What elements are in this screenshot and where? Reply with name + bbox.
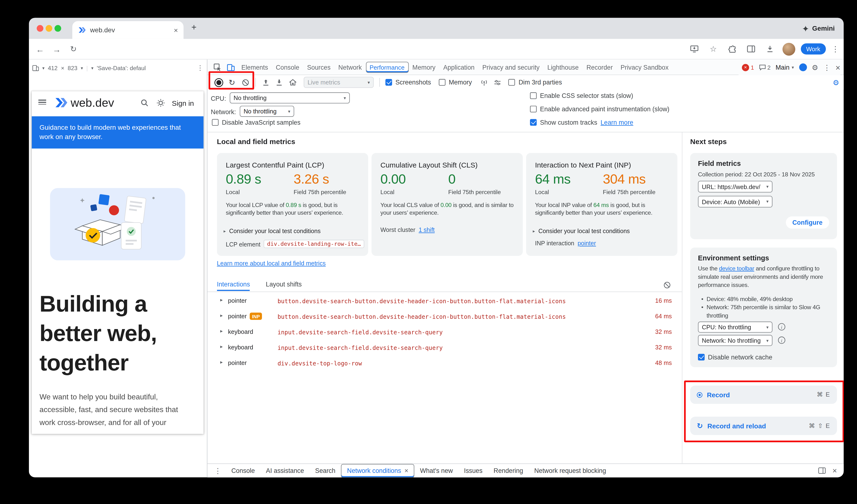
inp-interaction-link[interactable]: pointer	[577, 240, 596, 247]
screenshots-checkbox[interactable]: Screenshots	[385, 79, 431, 86]
save-data-dropdown[interactable]: 'Save-Data': defaul	[97, 65, 146, 71]
devtools-settings-gear-icon[interactable]: ⚙	[812, 63, 818, 71]
configure-button[interactable]: Configure	[786, 216, 829, 229]
minimize-window-button[interactable]	[46, 25, 52, 32]
interaction-row[interactable]: ▸ pointer INP button.devsite-search-butt…	[207, 309, 682, 324]
learn-more-metrics-link[interactable]: Learn more about local and field metrics	[217, 260, 326, 267]
zoom-caret-icon[interactable]: ▾	[81, 65, 83, 70]
row-expand-icon[interactable]: ▸	[220, 297, 223, 302]
tab-interactions[interactable]: Interactions	[217, 281, 250, 291]
interaction-row[interactable]: ▸ pointer button.devsite-search-button.d…	[207, 293, 682, 309]
tab-performance[interactable]: Performance	[366, 62, 408, 72]
field-device-select[interactable]: Device: Auto (Mobile)▾	[698, 196, 772, 207]
webdev-logo-icon[interactable]	[54, 98, 67, 107]
tab-application[interactable]: Application	[439, 60, 478, 75]
profile-chip[interactable]: Work	[801, 43, 826, 54]
advanced-paint-checkbox[interactable]: Enable advanced paint instrumentation (s…	[530, 106, 669, 113]
drawer-menu-icon[interactable]: ⋮	[207, 467, 226, 475]
dock-side-icon[interactable]	[818, 467, 826, 474]
gemini-chip[interactable]: Gemini	[803, 18, 835, 39]
search-icon[interactable]	[141, 99, 149, 107]
interaction-row[interactable]: ▸ keyboard input.devsite-search-field.de…	[207, 340, 682, 355]
downloads-icon[interactable]	[763, 43, 777, 56]
drawer-tab-ai-assistance[interactable]: AI assistance	[260, 464, 309, 477]
maximize-window-button[interactable]	[54, 25, 61, 32]
install-app-icon[interactable]	[688, 43, 701, 56]
custom-tracks-learn-more-link[interactable]: Learn more	[601, 119, 633, 125]
interaction-row[interactable]: ▸ pointer div.devsite-top-logo-row 48 ms	[207, 355, 682, 371]
site-logo-text[interactable]: web.dev	[71, 96, 114, 110]
interaction-target-link[interactable]: button.devsite-search-button.devsite-hea…	[278, 313, 566, 320]
clear-icon[interactable]	[238, 75, 252, 89]
devtools-profile-icon[interactable]	[799, 63, 807, 71]
drawer-tab-search[interactable]: Search	[309, 464, 341, 477]
interaction-target-link[interactable]: input.devsite-search-field.devsite-searc…	[278, 329, 443, 336]
disable-network-cache-checkbox[interactable]: Disable network cache	[698, 354, 772, 360]
drawer-tab-network-request-blocking[interactable]: Network request blocking	[529, 464, 612, 477]
drawer-tab-rendering[interactable]: Rendering	[488, 464, 529, 477]
drawer-tab-network-conditions[interactable]: Network conditions ×	[341, 464, 414, 477]
device-list-caret-icon[interactable]: ▾	[43, 65, 45, 70]
viewport-height[interactable]: 823	[68, 65, 78, 71]
tab-lighthouse[interactable]: Lighthouse	[543, 60, 583, 75]
interaction-target-link[interactable]: input.devsite-search-field.devsite-searc…	[278, 345, 443, 351]
cpu-throttling-select[interactable]: No throttling▾	[230, 93, 350, 103]
env-cpu-select[interactable]: CPU: No throttling▾	[698, 322, 772, 333]
memory-checkbox[interactable]: Memory	[439, 79, 472, 86]
device-dimensions-icon[interactable]	[32, 65, 39, 71]
css-selector-stats-checkbox[interactable]: Enable CSS selector stats (slow)	[530, 93, 633, 99]
browser-menu-icon[interactable]: ⋮	[831, 45, 839, 53]
lcp-element-link[interactable]: div.devsite-landing-row-ite…	[264, 240, 364, 248]
throttle-caret-icon[interactable]: ▾	[91, 65, 93, 70]
extensions-icon[interactable]	[725, 43, 739, 56]
lcp-test-conditions-expander[interactable]: ▸Consider your local test conditions	[223, 228, 321, 234]
drawer-tab-issues[interactable]: Issues	[458, 464, 488, 477]
theme-toggle-sun-icon[interactable]	[156, 98, 165, 107]
network-conditions-icon[interactable]	[477, 75, 491, 89]
devtools-close-icon[interactable]: ×	[836, 63, 840, 72]
record-button[interactable]: Record ⌘ E	[690, 386, 837, 404]
tab-sources[interactable]: Sources	[303, 60, 335, 75]
close-tab-icon[interactable]: ×	[174, 26, 178, 34]
device-toolbar-menu-icon[interactable]: ⋮	[197, 64, 204, 72]
interaction-target-link[interactable]: div.devsite-top-logo-row	[278, 360, 362, 367]
tab-privacy-and-security[interactable]: Privacy and security	[478, 60, 543, 75]
env-network-select[interactable]: Network: No throttling▾	[698, 335, 772, 346]
capture-settings-gear-icon[interactable]: ⚙	[833, 79, 839, 87]
load-profile-icon[interactable]	[272, 75, 286, 89]
tab-network[interactable]: Network	[335, 60, 366, 75]
disable-js-samples-checkbox[interactable]: Disable JavaScript samples	[212, 119, 301, 125]
cpu-info-icon[interactable]: i	[778, 323, 785, 331]
tab-memory[interactable]: Memory	[408, 60, 439, 75]
throttling-icon[interactable]	[491, 75, 504, 89]
row-expand-icon[interactable]: ▸	[220, 328, 223, 334]
drawer-tab-whats-new[interactable]: What's new	[414, 464, 458, 477]
issues-badge[interactable]: 2	[759, 64, 770, 71]
record-and-reload-button[interactable]: ↻ Record and reload ⌘ ⇧ E	[690, 417, 837, 435]
save-profile-icon[interactable]	[259, 75, 272, 89]
close-drawer-icon[interactable]: ×	[833, 466, 837, 475]
reload-button[interactable]: ↻	[67, 43, 80, 56]
new-tab-button[interactable]: +	[191, 22, 197, 32]
network-throttling-select[interactable]: No throttling▾	[240, 106, 294, 117]
show-custom-tracks-checkbox[interactable]: Show custom tracks Learn more	[530, 119, 633, 125]
side-panel-icon[interactable]	[744, 43, 758, 56]
record-icon[interactable]	[212, 75, 225, 89]
inspect-element-icon[interactable]	[211, 60, 224, 74]
tab-layout-shifts[interactable]: Layout shifts	[266, 281, 302, 288]
device-toolbar-link[interactable]: device toolbar	[719, 265, 754, 271]
live-metrics-home-icon[interactable]	[286, 75, 299, 89]
tab-elements[interactable]: Elements	[238, 60, 272, 75]
row-expand-icon[interactable]: ▸	[220, 344, 223, 349]
close-drawer-tab-icon[interactable]: ×	[404, 467, 408, 474]
forward-button[interactable]: →	[50, 43, 63, 56]
devtools-menu-icon[interactable]: ⋮	[823, 63, 830, 71]
back-button[interactable]: ←	[33, 43, 47, 56]
field-url-select[interactable]: URL: https://web.dev/▾	[698, 181, 772, 192]
toggle-device-toolbar-icon[interactable]	[224, 60, 238, 74]
console-errors-badge[interactable]: × 1	[742, 64, 754, 71]
hamburger-menu-icon[interactable]	[38, 98, 46, 106]
row-expand-icon[interactable]: ▸	[220, 313, 223, 318]
profile-avatar[interactable]	[782, 43, 795, 55]
network-info-icon[interactable]: i	[778, 336, 785, 344]
